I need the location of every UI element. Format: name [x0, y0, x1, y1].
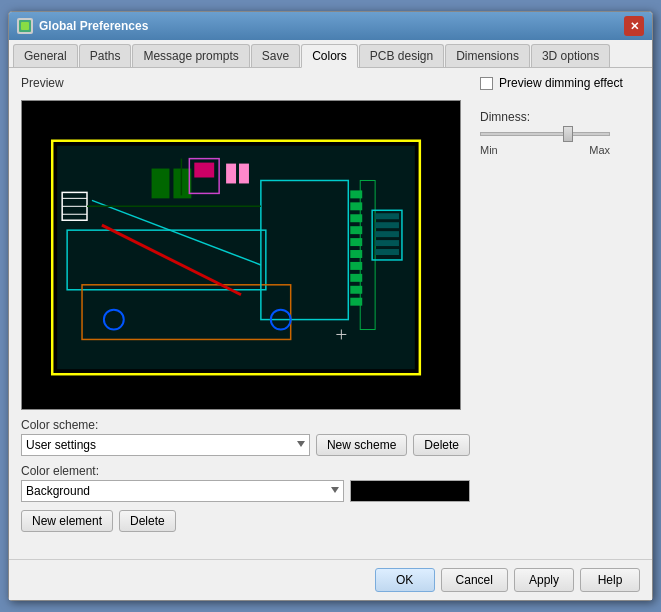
- color-element-select[interactable]: Background: [21, 480, 344, 502]
- color-element-controls: Background: [21, 480, 470, 502]
- apply-button[interactable]: Apply: [514, 568, 574, 592]
- svg-rect-12: [350, 238, 362, 246]
- tab-bar: General Paths Message prompts Save Color…: [9, 40, 652, 68]
- new-element-button[interactable]: New element: [21, 510, 113, 532]
- delete-element-button[interactable]: Delete: [119, 510, 176, 532]
- tab-paths[interactable]: Paths: [79, 44, 132, 67]
- dimness-slider-container: [480, 124, 610, 144]
- title-bar: Global Preferences ✕: [9, 12, 652, 40]
- svg-rect-29: [375, 240, 399, 246]
- color-element-label: Color element:: [21, 464, 470, 478]
- svg-rect-23: [226, 164, 236, 184]
- dimness-slider-thumb[interactable]: [563, 126, 573, 142]
- color-scheme-select[interactable]: User settings: [21, 434, 310, 456]
- color-swatch[interactable]: [350, 480, 470, 502]
- svg-rect-11: [350, 226, 362, 234]
- tab-colors[interactable]: Colors: [301, 44, 358, 68]
- close-button[interactable]: ✕: [624, 16, 644, 36]
- svg-rect-14: [350, 262, 362, 270]
- svg-rect-22: [194, 163, 214, 178]
- svg-rect-24: [239, 164, 249, 184]
- bottom-bar: OK Cancel Apply Help: [9, 559, 652, 600]
- tab-general[interactable]: General: [13, 44, 78, 67]
- tab-dimensions[interactable]: Dimensions: [445, 44, 530, 67]
- svg-rect-13: [350, 250, 362, 258]
- global-preferences-window: Global Preferences ✕ General Paths Messa…: [8, 11, 653, 601]
- tab-save[interactable]: Save: [251, 44, 300, 67]
- dimness-label: Dimness:: [480, 110, 640, 124]
- ok-button[interactable]: OK: [375, 568, 435, 592]
- max-label: Max: [589, 144, 610, 156]
- svg-rect-8: [350, 190, 362, 198]
- svg-rect-10: [350, 214, 362, 222]
- preview-dimming-row: Preview dimming effect: [480, 76, 640, 90]
- svg-rect-16: [350, 286, 362, 294]
- dimness-section: Dimness: Min Max: [480, 106, 640, 156]
- svg-rect-28: [375, 231, 399, 237]
- svg-rect-26: [375, 213, 399, 219]
- tab-3d-options[interactable]: 3D options: [531, 44, 610, 67]
- title-bar-left: Global Preferences: [17, 18, 148, 34]
- svg-rect-19: [152, 169, 170, 199]
- preview-dimming-label: Preview dimming effect: [499, 76, 623, 90]
- delete-scheme-button[interactable]: Delete: [413, 434, 470, 456]
- preview-label: Preview: [21, 76, 470, 90]
- right-panel: Preview dimming effect Dimness: Min Max: [480, 76, 640, 551]
- svg-rect-17: [350, 298, 362, 306]
- tab-pcb-design[interactable]: PCB design: [359, 44, 444, 67]
- color-scheme-section: Color scheme: User settings New scheme D…: [21, 418, 470, 456]
- main-content: Preview: [9, 68, 652, 559]
- new-delete-row: New element Delete: [21, 510, 470, 532]
- min-label: Min: [480, 144, 498, 156]
- help-button[interactable]: Help: [580, 568, 640, 592]
- color-scheme-label: Color scheme:: [21, 418, 470, 432]
- svg-rect-9: [350, 202, 362, 210]
- app-icon: [17, 18, 33, 34]
- cancel-button[interactable]: Cancel: [441, 568, 508, 592]
- color-scheme-controls: User settings New scheme Delete: [21, 434, 470, 456]
- preview-canvas: [21, 100, 461, 410]
- color-element-section: Color element: Background: [21, 464, 470, 502]
- new-scheme-button[interactable]: New scheme: [316, 434, 407, 456]
- window-title: Global Preferences: [39, 19, 148, 33]
- left-panel: Preview: [21, 76, 470, 551]
- slider-labels: Min Max: [480, 144, 610, 156]
- svg-rect-1: [21, 22, 29, 30]
- tab-message-prompts[interactable]: Message prompts: [132, 44, 249, 67]
- svg-rect-30: [375, 249, 399, 255]
- preview-dimming-checkbox[interactable]: [480, 77, 493, 90]
- svg-rect-27: [375, 222, 399, 228]
- svg-rect-15: [350, 274, 362, 282]
- dimness-slider-track: [480, 132, 610, 136]
